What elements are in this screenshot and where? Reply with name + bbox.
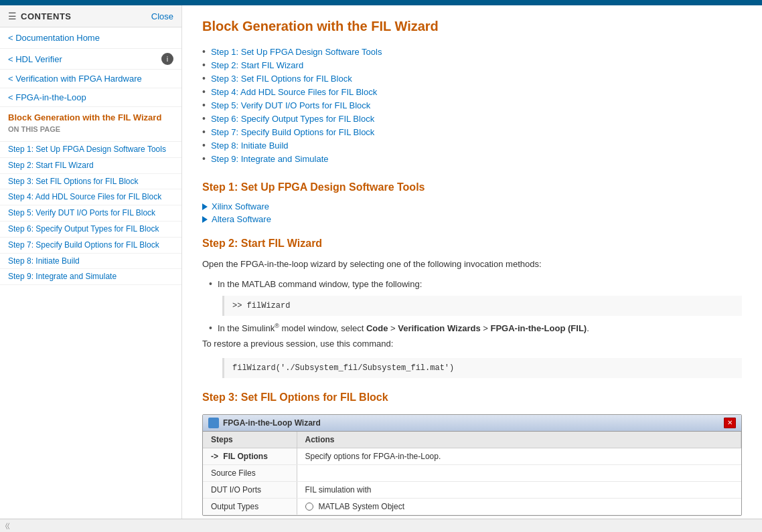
toc-link-step3[interactable]: Step 3: Set FIL Options for FIL Block xyxy=(211,74,352,84)
step2-code2: filWizard('./Subsystem_fil/Subsystem_fil… xyxy=(222,358,742,378)
bullet2-prefix: In the Simulink xyxy=(218,323,275,333)
content-area: Block Generation with the FIL Wizard • S… xyxy=(182,5,762,519)
wizard-title-text: FPGA-in-the-Loop Wizard xyxy=(223,418,321,428)
wizard-titlebar: FPGA-in-the-Loop Wizard ✕ xyxy=(203,415,741,432)
wizard-dialog: FPGA-in-the-Loop Wizard ✕ Steps Actions xyxy=(202,414,742,516)
bullet-icon: • xyxy=(202,86,206,97)
wizard-close-button[interactable]: ✕ xyxy=(724,418,736,428)
sidebar-toc-item-step9[interactable]: Step 9: Integrate and Simulate xyxy=(0,269,181,285)
table-row: -> FIL Options Specify options for FPGA-… xyxy=(203,448,741,464)
sidebar-item-verification-fpga[interactable]: < Verification with FPGA Hardware xyxy=(0,70,181,88)
verification-fpga-label: < Verification with FPGA Hardware xyxy=(8,74,142,84)
wizard-col-steps: Steps xyxy=(203,432,297,448)
toc-link-step6[interactable]: Step 6: Specify Output Types for FIL Blo… xyxy=(211,114,374,124)
radio-label-matlab-sysobj: MATLAB System Object xyxy=(319,502,404,511)
bullet2-code-text: Code xyxy=(366,323,388,333)
step2-bullet2-text: In the Simulink® model window, select Co… xyxy=(218,323,589,333)
altera-software-link[interactable]: Altera Software xyxy=(212,214,271,224)
sidebar-toc-item-step8[interactable]: Step 8: Initiate Build xyxy=(0,254,181,270)
toc-link-step8[interactable]: Step 8: Initiate Build xyxy=(211,141,289,151)
step3-heading: Step 3: Set FIL Options for FIL Block xyxy=(202,391,742,404)
toc-item-3: • Step 3: Set FIL Options for FIL Block xyxy=(202,72,742,85)
sidebar-header: ☰ CONTENTS Close xyxy=(0,5,181,27)
toc-item-4: • Step 4: Add HDL Source Files for FIL B… xyxy=(202,85,742,98)
close-button[interactable]: Close xyxy=(151,11,173,21)
sidebar-toc-item-step3[interactable]: Step 3: Set FIL Options for FIL Block xyxy=(0,174,181,190)
toc-link-step4[interactable]: Step 4: Add HDL Source Files for FIL Blo… xyxy=(211,87,377,97)
toc-item-6: • Step 6: Specify Output Types for FIL B… xyxy=(202,112,742,125)
altera-software-toggle[interactable]: Altera Software xyxy=(202,214,742,224)
toc-link-step2[interactable]: Step 2: Start FIL Wizard xyxy=(211,60,303,70)
on-this-page-label: ON THIS PAGE xyxy=(8,125,173,133)
toc-link-step9[interactable]: Step 9: Integrate and Simulate xyxy=(211,154,329,164)
doc-home-breadcrumb[interactable]: < Documentation Home xyxy=(0,27,181,49)
restore-text: To restore a previous session, use this … xyxy=(202,337,742,351)
bullet-icon: • xyxy=(202,113,206,124)
toc-link-step7[interactable]: Step 7: Specify Build Options for FIL Bl… xyxy=(211,127,374,137)
sidebar-header-left: ☰ CONTENTS xyxy=(8,11,72,21)
wizard-body: Steps Actions -> FIL Options Specify opt… xyxy=(203,432,741,515)
wizard-step-fil-options: -> FIL Options xyxy=(203,448,297,464)
wizard-app-icon xyxy=(208,418,219,428)
xilinx-software-link[interactable]: Xilinx Software xyxy=(212,201,269,211)
wizard-action-output: MATLAB System Object xyxy=(297,498,741,515)
sidebar-toc-item-step7[interactable]: Step 7: Specify Build Options for FIL Bl… xyxy=(0,238,181,254)
wizard-table: Steps Actions -> FIL Options Specify opt… xyxy=(203,432,741,515)
bullet2-end: . xyxy=(587,323,589,333)
radio-button-matlab-sysobj[interactable] xyxy=(305,503,313,511)
step1-heading: Step 1: Set Up FPGA Design Software Tool… xyxy=(202,181,742,193)
wizard-action-source-files xyxy=(297,464,741,481)
contents-label: CONTENTS xyxy=(21,11,72,21)
sidebar-nav: < Documentation Home < HDL Verifier i < … xyxy=(0,27,181,519)
bullet-icon: • xyxy=(209,278,212,289)
step2-bullet1-text: In the MATLAB command window, type the f… xyxy=(218,279,422,289)
bullet2-bold2: Verification Wizards xyxy=(398,323,480,333)
step2-intro: Open the FPGA-in-the-loop wizard by sele… xyxy=(202,258,742,272)
top-bar xyxy=(0,0,762,5)
bullet2-suffix: model window, select xyxy=(279,323,366,333)
sidebar: ☰ CONTENTS Close < Documentation Home < … xyxy=(0,5,182,519)
sidebar-toc-item-step5[interactable]: Step 5: Verify DUT I/O Ports for FIL Blo… xyxy=(0,205,181,221)
bottom-bar: 〈〈 xyxy=(0,519,762,532)
bullet-icon: • xyxy=(202,100,206,110)
sidebar-toc-item-step2[interactable]: Step 2: Start FIL Wizard xyxy=(0,158,181,174)
toc-link-step5[interactable]: Step 5: Verify DUT I/O Ports for FIL Blo… xyxy=(211,100,370,110)
step2-bullet2: • In the Simulink® model window, select … xyxy=(202,323,742,333)
xilinx-software-toggle[interactable]: Xilinx Software xyxy=(202,201,742,211)
sidebar-toc-item-step1[interactable]: Step 1: Set Up FPGA Design Software Tool… xyxy=(0,142,181,158)
bullet-icon: • xyxy=(202,73,206,84)
wizard-step-label: FIL Options xyxy=(223,452,267,461)
bullet-icon: • xyxy=(202,60,206,70)
sidebar-item-hdl-verifier[interactable]: < HDL Verifier i xyxy=(0,49,181,70)
fpga-loop-label: < FPGA-in-the-Loop xyxy=(8,92,86,102)
wizard-col-actions: Actions xyxy=(297,432,741,448)
info-icon[interactable]: i xyxy=(161,53,173,65)
fil-simulation-label: FIL simulation with xyxy=(305,485,372,495)
sidebar-toc-item-step4[interactable]: Step 4: Add HDL Source Files for FIL Blo… xyxy=(0,189,181,205)
step2-bullet1: • In the MATLAB command window, type the… xyxy=(202,278,742,289)
bullet2-bold3: FPGA-in-the-Loop (FIL) xyxy=(490,323,587,333)
bullet-icon: • xyxy=(202,46,206,57)
wizard-step-dut: DUT I/O Ports xyxy=(203,481,297,498)
toc-item-1: • Step 1: Set Up FPGA Design Software To… xyxy=(202,45,742,58)
hdl-verifier-label: < HDL Verifier xyxy=(8,54,62,64)
sidebar-item-fpga-in-the-loop[interactable]: < FPGA-in-the-Loop xyxy=(0,88,181,107)
toc-item-9: • Step 9: Integrate and Simulate xyxy=(202,152,742,165)
bullet2-arrow2: > xyxy=(481,323,491,333)
sidebar-toc-item-step6[interactable]: Step 6: Specify Output Types for FIL Blo… xyxy=(0,221,181,238)
step2-code1: >> filWizard xyxy=(222,296,742,316)
arrow-indicator: -> xyxy=(211,452,218,461)
bullet-icon: • xyxy=(202,126,206,137)
step2-heading: Step 2: Start FIL Wizard xyxy=(202,238,742,250)
bullet2-arrow1: > xyxy=(388,323,398,333)
toc-link-step1[interactable]: Step 1: Set Up FPGA Design Software Tool… xyxy=(211,47,382,57)
bullet-icon: • xyxy=(202,140,206,151)
page-title: Block Generation with the FIL Wizard xyxy=(202,19,742,34)
table-row: Source Files xyxy=(203,464,741,481)
triangle-right-icon xyxy=(202,203,208,210)
toc-item-2: • Step 2: Start FIL Wizard xyxy=(202,58,742,72)
bullet-icon: • xyxy=(202,153,206,164)
wizard-action-fil-options: Specify options for FPGA-in-the-Loop. xyxy=(297,448,741,464)
hamburger-icon[interactable]: ☰ xyxy=(8,11,17,21)
triangle-right-icon xyxy=(202,216,208,223)
